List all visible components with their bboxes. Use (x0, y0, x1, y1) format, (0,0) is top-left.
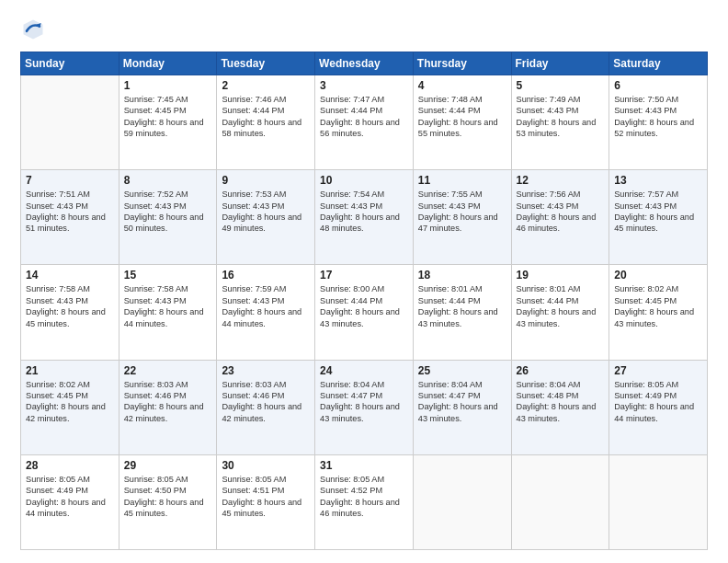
day-number: 3 (320, 79, 408, 92)
day-number: 14 (26, 269, 114, 282)
calendar-cell: 11Sunrise: 7:55 AMSunset: 4:43 PMDayligh… (413, 170, 511, 265)
day-number: 28 (26, 459, 114, 472)
day-info: Sunrise: 8:05 AMSunset: 4:49 PMDaylight:… (26, 474, 114, 520)
calendar-cell: 2Sunrise: 7:46 AMSunset: 4:44 PMDaylight… (217, 75, 315, 170)
calendar-cell: 4Sunrise: 7:48 AMSunset: 4:44 PMDaylight… (413, 75, 511, 170)
day-number: 15 (124, 269, 212, 282)
calendar-header-saturday: Saturday (609, 52, 708, 75)
calendar-cell: 30Sunrise: 8:05 AMSunset: 4:51 PMDayligh… (217, 454, 315, 549)
calendar-cell: 26Sunrise: 8:04 AMSunset: 4:48 PMDayligh… (511, 360, 609, 454)
calendar-cell (21, 75, 119, 170)
day-number: 23 (222, 364, 310, 377)
day-number: 26 (517, 364, 605, 377)
calendar-cell: 15Sunrise: 7:58 AMSunset: 4:43 PMDayligh… (119, 265, 217, 360)
day-number: 17 (320, 269, 408, 282)
day-info: Sunrise: 7:52 AMSunset: 4:43 PMDaylight:… (124, 189, 212, 235)
day-number: 10 (320, 174, 408, 187)
calendar-cell: 28Sunrise: 8:05 AMSunset: 4:49 PMDayligh… (21, 454, 119, 549)
day-number: 11 (418, 174, 506, 187)
day-info: Sunrise: 8:04 AMSunset: 4:48 PMDaylight:… (517, 379, 605, 425)
day-info: Sunrise: 7:58 AMSunset: 4:43 PMDaylight:… (124, 283, 212, 329)
day-info: Sunrise: 8:02 AMSunset: 4:45 PMDaylight:… (26, 379, 114, 425)
calendar-cell (511, 454, 609, 549)
day-number: 31 (320, 459, 408, 472)
calendar-cell: 23Sunrise: 8:03 AMSunset: 4:46 PMDayligh… (217, 360, 315, 454)
calendar-header-row: SundayMondayTuesdayWednesdayThursdayFrid… (21, 52, 708, 75)
day-number: 22 (124, 364, 212, 377)
calendar-cell: 8Sunrise: 7:52 AMSunset: 4:43 PMDaylight… (119, 170, 217, 265)
day-number: 27 (614, 364, 702, 377)
day-number: 5 (517, 79, 605, 92)
calendar-week-row: 21Sunrise: 8:02 AMSunset: 4:45 PMDayligh… (21, 360, 708, 454)
day-info: Sunrise: 8:05 AMSunset: 4:51 PMDaylight:… (222, 474, 310, 520)
calendar-cell: 19Sunrise: 8:01 AMSunset: 4:44 PMDayligh… (511, 265, 609, 360)
calendar-cell: 1Sunrise: 7:45 AMSunset: 4:45 PMDaylight… (119, 75, 217, 170)
calendar-cell: 5Sunrise: 7:49 AMSunset: 4:43 PMDaylight… (511, 75, 609, 170)
calendar-table: SundayMondayTuesdayWednesdayThursdayFrid… (20, 52, 708, 550)
day-number: 12 (517, 174, 605, 187)
calendar-cell: 3Sunrise: 7:47 AMSunset: 4:44 PMDaylight… (315, 75, 414, 170)
day-info: Sunrise: 7:50 AMSunset: 4:43 PMDaylight:… (614, 94, 702, 140)
calendar-header-friday: Friday (511, 52, 609, 75)
day-number: 18 (418, 269, 506, 282)
calendar-cell: 20Sunrise: 8:02 AMSunset: 4:45 PMDayligh… (609, 265, 708, 360)
day-info: Sunrise: 7:51 AMSunset: 4:43 PMDaylight:… (26, 189, 114, 235)
calendar-cell: 6Sunrise: 7:50 AMSunset: 4:43 PMDaylight… (609, 75, 708, 170)
calendar-cell: 25Sunrise: 8:04 AMSunset: 4:47 PMDayligh… (413, 360, 511, 454)
day-info: Sunrise: 8:05 AMSunset: 4:49 PMDaylight:… (614, 379, 702, 425)
day-info: Sunrise: 8:02 AMSunset: 4:45 PMDaylight:… (614, 283, 702, 329)
calendar-cell: 16Sunrise: 7:59 AMSunset: 4:43 PMDayligh… (217, 265, 315, 360)
logo (20, 17, 50, 42)
calendar-header-thursday: Thursday (413, 52, 511, 75)
calendar-week-row: 1Sunrise: 7:45 AMSunset: 4:45 PMDaylight… (21, 75, 708, 170)
calendar-cell: 31Sunrise: 8:05 AMSunset: 4:52 PMDayligh… (315, 454, 414, 549)
day-info: Sunrise: 8:05 AMSunset: 4:52 PMDaylight:… (320, 474, 408, 520)
calendar-cell: 9Sunrise: 7:53 AMSunset: 4:43 PMDaylight… (217, 170, 315, 265)
day-info: Sunrise: 7:46 AMSunset: 4:44 PMDaylight:… (222, 94, 310, 140)
day-info: Sunrise: 8:01 AMSunset: 4:44 PMDaylight:… (418, 283, 506, 329)
day-number: 29 (124, 459, 212, 472)
day-info: Sunrise: 7:47 AMSunset: 4:44 PMDaylight:… (320, 94, 408, 140)
day-info: Sunrise: 7:45 AMSunset: 4:45 PMDaylight:… (124, 94, 212, 140)
day-info: Sunrise: 7:57 AMSunset: 4:43 PMDaylight:… (614, 189, 702, 235)
calendar-cell: 29Sunrise: 8:05 AMSunset: 4:50 PMDayligh… (119, 454, 217, 549)
day-number: 7 (26, 174, 114, 187)
calendar-cell (413, 454, 511, 549)
calendar-cell: 14Sunrise: 7:58 AMSunset: 4:43 PMDayligh… (21, 265, 119, 360)
calendar-header-monday: Monday (119, 52, 217, 75)
day-number: 6 (614, 79, 702, 92)
calendar-cell: 7Sunrise: 7:51 AMSunset: 4:43 PMDaylight… (21, 170, 119, 265)
calendar-week-row: 14Sunrise: 7:58 AMSunset: 4:43 PMDayligh… (21, 265, 708, 360)
calendar-header-sunday: Sunday (21, 52, 119, 75)
calendar-cell (609, 454, 708, 549)
day-info: Sunrise: 8:00 AMSunset: 4:44 PMDaylight:… (320, 283, 408, 329)
day-info: Sunrise: 7:54 AMSunset: 4:43 PMDaylight:… (320, 189, 408, 235)
day-info: Sunrise: 8:03 AMSunset: 4:46 PMDaylight:… (222, 379, 310, 425)
calendar-cell: 18Sunrise: 8:01 AMSunset: 4:44 PMDayligh… (413, 265, 511, 360)
calendar-cell: 27Sunrise: 8:05 AMSunset: 4:49 PMDayligh… (609, 360, 708, 454)
day-info: Sunrise: 8:01 AMSunset: 4:44 PMDaylight:… (517, 283, 605, 329)
header (20, 17, 708, 42)
day-info: Sunrise: 8:05 AMSunset: 4:50 PMDaylight:… (124, 474, 212, 520)
calendar-cell: 13Sunrise: 7:57 AMSunset: 4:43 PMDayligh… (609, 170, 708, 265)
day-info: Sunrise: 7:58 AMSunset: 4:43 PMDaylight:… (26, 283, 114, 329)
day-number: 16 (222, 269, 310, 282)
day-number: 4 (418, 79, 506, 92)
day-info: Sunrise: 8:04 AMSunset: 4:47 PMDaylight:… (418, 379, 506, 425)
day-number: 9 (222, 174, 310, 187)
calendar-cell: 21Sunrise: 8:02 AMSunset: 4:45 PMDayligh… (21, 360, 119, 454)
day-info: Sunrise: 8:03 AMSunset: 4:46 PMDaylight:… (124, 379, 212, 425)
day-number: 21 (26, 364, 114, 377)
calendar-cell: 17Sunrise: 8:00 AMSunset: 4:44 PMDayligh… (315, 265, 414, 360)
page: SundayMondayTuesdayWednesdayThursdayFrid… (0, 0, 728, 563)
day-info: Sunrise: 7:53 AMSunset: 4:43 PMDaylight:… (222, 189, 310, 235)
day-number: 13 (614, 174, 702, 187)
day-number: 25 (418, 364, 506, 377)
calendar-header-wednesday: Wednesday (315, 52, 414, 75)
day-number: 2 (222, 79, 310, 92)
logo-icon (20, 17, 46, 42)
day-number: 20 (614, 269, 702, 282)
day-info: Sunrise: 8:04 AMSunset: 4:47 PMDaylight:… (320, 379, 408, 425)
calendar-cell: 22Sunrise: 8:03 AMSunset: 4:46 PMDayligh… (119, 360, 217, 454)
day-number: 19 (517, 269, 605, 282)
